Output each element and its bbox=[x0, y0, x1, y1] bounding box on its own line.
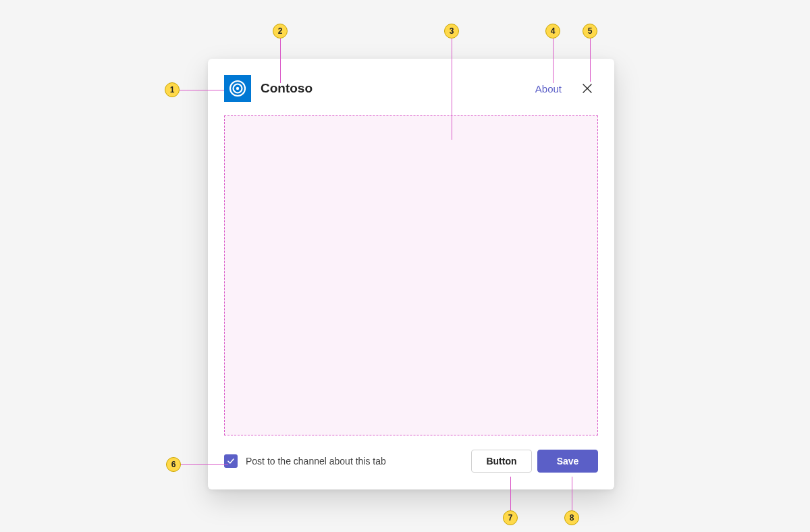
leader-2 bbox=[280, 38, 281, 83]
leader-3 bbox=[452, 38, 452, 140]
leader-4 bbox=[553, 38, 554, 83]
app-logo-icon bbox=[224, 75, 251, 102]
leader-5 bbox=[590, 38, 591, 82]
tab-iframe-area[interactable] bbox=[224, 115, 598, 435]
dialog-footer: Post to the channel about this tab Butto… bbox=[224, 449, 598, 473]
callout-8: 8 bbox=[564, 510, 579, 525]
post-checkbox-label: Post to the channel about this tab bbox=[246, 456, 386, 467]
callout-3: 3 bbox=[444, 24, 459, 38]
callout-5: 5 bbox=[583, 24, 597, 38]
post-checkbox-group: Post to the channel about this tab bbox=[224, 454, 471, 468]
callout-6: 6 bbox=[166, 457, 181, 472]
callout-7: 7 bbox=[503, 510, 518, 525]
leader-6 bbox=[181, 464, 228, 465]
about-link[interactable]: About bbox=[535, 83, 562, 95]
config-dialog: Contoso About Post to the channel about … bbox=[208, 59, 614, 489]
callout-4: 4 bbox=[545, 24, 560, 38]
save-button[interactable]: Save bbox=[537, 450, 598, 473]
post-checkbox[interactable] bbox=[224, 454, 238, 468]
close-button[interactable] bbox=[576, 78, 598, 99]
leader-7 bbox=[510, 477, 511, 510]
leader-1 bbox=[180, 90, 224, 90]
callout-2: 2 bbox=[273, 24, 288, 38]
leader-8 bbox=[572, 477, 572, 510]
dialog-title: Contoso bbox=[261, 81, 526, 96]
close-icon bbox=[582, 83, 593, 94]
secondary-button[interactable]: Button bbox=[471, 450, 532, 473]
svg-point-2 bbox=[236, 87, 239, 90]
callout-1: 1 bbox=[165, 82, 180, 97]
